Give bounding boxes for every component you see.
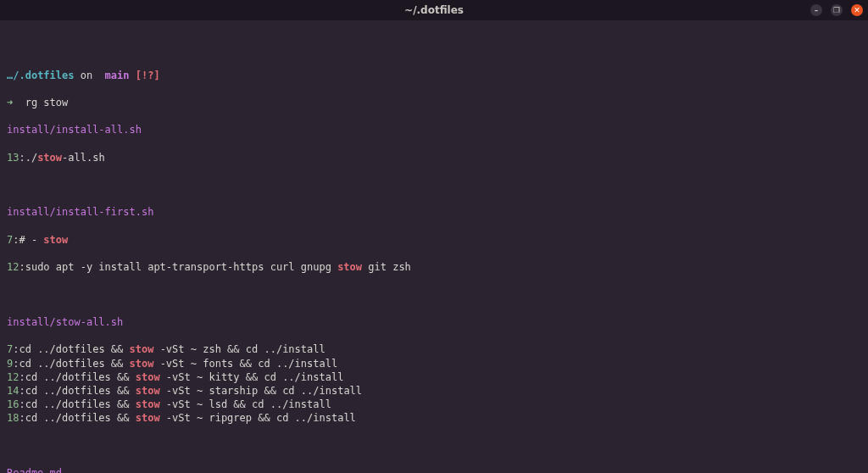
match-highlight: stow bbox=[130, 343, 154, 355]
blank-line bbox=[7, 41, 861, 54]
prompt-arrow-icon: ➜ bbox=[7, 97, 25, 109]
rg-match-line: 9:cd ../dotfiles && stow -vSt ~ fonts &&… bbox=[7, 357, 861, 370]
match-highlight: stow bbox=[136, 385, 160, 397]
rg-file-header: install/install-first.sh bbox=[7, 205, 861, 219]
match-highlight: stow bbox=[130, 358, 154, 370]
blank-line bbox=[7, 178, 861, 192]
rg-file-header: install/stow-all.sh bbox=[7, 315, 861, 329]
window-title: ~/.dotfiles bbox=[404, 3, 464, 17]
minimize-icon[interactable]: – bbox=[810, 4, 822, 16]
rg-match-line: 16:cd ../dotfiles && stow -vSt ~ lsd && … bbox=[7, 398, 861, 411]
match-highlight: stow bbox=[136, 371, 160, 383]
command-text: rg stow bbox=[25, 97, 69, 109]
close-icon[interactable]: ✕ bbox=[851, 4, 863, 16]
blank-line bbox=[7, 288, 861, 302]
match-highlight: stow bbox=[337, 261, 362, 273]
line-number: 16 bbox=[7, 398, 19, 410]
git-branch: main bbox=[98, 70, 135, 81]
command-line: ➜ rg stow bbox=[7, 96, 861, 109]
git-flags: [!?] bbox=[136, 70, 160, 81]
rg-file-header: Readme.md bbox=[7, 466, 861, 473]
rg-match-line: 14:cd ../dotfiles && stow -vSt ~ starshi… bbox=[7, 384, 861, 398]
match-highlight: stow bbox=[43, 234, 68, 246]
rg-match-line: 12:cd ../dotfiles && stow -vSt ~ kitty &… bbox=[7, 370, 861, 384]
terminal[interactable]: …/.dotfiles on main [!?] ➜ rg stow insta… bbox=[0, 20, 868, 473]
line-number: 12 bbox=[7, 371, 19, 383]
rg-match-line: 7:cd ../dotfiles && stow -vSt ~ zsh && c… bbox=[7, 342, 861, 356]
rg-match-line: 12:sudo apt -y install apt-transport-htt… bbox=[7, 260, 861, 274]
path-folder: .dotfiles bbox=[19, 70, 74, 81]
titlebar: ~/.dotfiles – ❐ ✕ bbox=[0, 0, 868, 20]
line-number: 18 bbox=[7, 412, 19, 424]
rg-file-header: install/install-all.sh bbox=[7, 123, 861, 136]
rg-match-line: 7:# - stow bbox=[7, 233, 861, 247]
path-ellipsis: …/ bbox=[7, 70, 19, 81]
maximize-icon[interactable]: ❐ bbox=[831, 4, 843, 16]
match-highlight: stow bbox=[136, 398, 160, 410]
rg-match-line: 13:./stow-all.sh bbox=[7, 151, 861, 164]
match-highlight: stow bbox=[136, 412, 160, 424]
blank-line bbox=[7, 439, 861, 453]
line-number: 14 bbox=[7, 385, 19, 397]
match-highlight: stow bbox=[37, 152, 62, 164]
window-controls: – ❐ ✕ bbox=[810, 4, 863, 16]
rg-match-line: 18:cd ../dotfiles && stow -vSt ~ ripgrep… bbox=[7, 411, 861, 425]
prompt-line: …/.dotfiles on main [!?] bbox=[7, 69, 861, 82]
prompt-on: on bbox=[74, 70, 98, 81]
